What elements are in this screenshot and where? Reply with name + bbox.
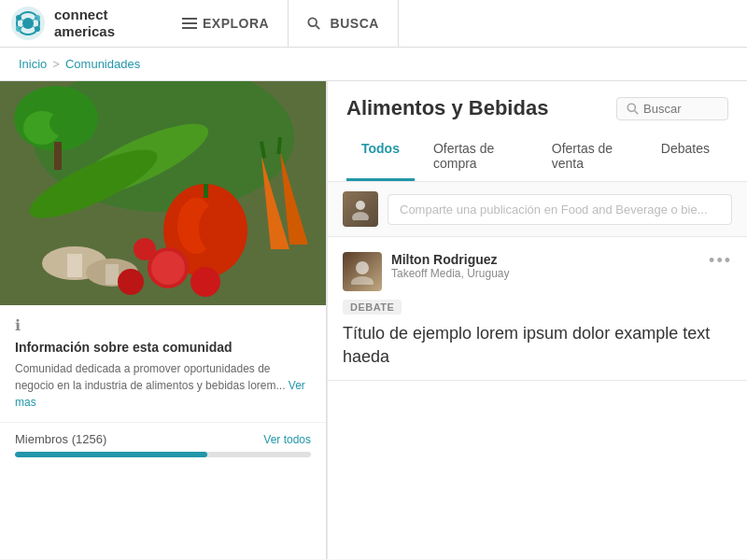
members-view-all-link[interactable]: Ver todos xyxy=(263,433,311,446)
community-info-title: Información sobre esta comunidad xyxy=(15,340,311,355)
svg-rect-21 xyxy=(54,142,62,170)
header: connect americas EXPLORA BUSCA xyxy=(0,0,747,48)
logo[interactable]: connect americas xyxy=(9,5,163,42)
tab-debates[interactable]: Debates xyxy=(646,133,725,181)
members-label: Miembros (1256) xyxy=(15,432,106,446)
post-avatar-svg xyxy=(349,259,375,285)
svg-rect-35 xyxy=(106,264,119,285)
members-header: Miembros (1256) Ver todos xyxy=(15,432,311,446)
post-more-button[interactable]: ••• xyxy=(709,252,732,269)
search-icon xyxy=(307,17,320,30)
post-input-area: Comparte una publicación en Food and Bev… xyxy=(328,182,747,237)
logo-line2: americas xyxy=(54,23,115,40)
sidebar: ℹ Información sobre esta comunidad Comun… xyxy=(0,81,327,559)
svg-line-15 xyxy=(316,25,319,29)
svg-point-20 xyxy=(49,108,91,138)
post-placeholder-text[interactable]: Comparte una publicación en Food and Bev… xyxy=(388,194,732,225)
svg-line-42 xyxy=(635,110,639,114)
svg-point-45 xyxy=(356,261,369,274)
svg-rect-11 xyxy=(182,18,197,20)
members-progress-fill xyxy=(15,452,207,457)
menu-icon xyxy=(182,16,197,31)
post-title[interactable]: Título de ejemplo lorem ipsum dolor exam… xyxy=(343,322,732,369)
content-area: Alimentos y Bebidas Todos Ofertas de com… xyxy=(327,81,747,559)
post-author-name: Milton Rodriguez xyxy=(391,252,510,267)
svg-point-40 xyxy=(118,269,144,295)
svg-rect-33 xyxy=(67,254,82,277)
breadcrumb-home[interactable]: Inicio xyxy=(19,57,47,71)
search-input[interactable] xyxy=(643,102,718,116)
svg-point-37 xyxy=(151,251,185,285)
svg-point-39 xyxy=(134,238,156,260)
svg-point-41 xyxy=(627,104,635,111)
post-badge: DEBATE xyxy=(343,300,402,315)
post-avatar xyxy=(343,252,382,291)
search-box-icon xyxy=(627,103,639,115)
content-header: Alimentos y Bebidas Todos Ofertas de com… xyxy=(328,81,747,182)
content-title-row: Alimentos y Bebidas xyxy=(346,96,728,120)
members-progress-bar xyxy=(15,452,311,457)
breadcrumb: Inicio > Comunidades xyxy=(0,48,747,81)
breadcrumb-current[interactable]: Comunidades xyxy=(65,57,140,71)
post-card: Milton Rodriguez Takeoff Media, Uruguay … xyxy=(328,237,747,381)
tab-ofertas-compra[interactable]: Ofertas de compra xyxy=(418,133,533,181)
community-desc: Comunidad dedicada a promover oportunida… xyxy=(15,360,311,411)
info-icon: ℹ xyxy=(15,316,311,334)
user-avatar-svg xyxy=(349,198,372,220)
community-info-section: ℹ Información sobre esta comunidad Comun… xyxy=(0,305,326,422)
svg-rect-13 xyxy=(182,27,197,29)
community-image-svg xyxy=(0,81,326,305)
post-author-meta: Takeoff Media, Uruguay xyxy=(391,267,510,280)
svg-point-43 xyxy=(356,201,365,210)
tab-ofertas-venta[interactable]: Ofertas de venta xyxy=(537,133,642,181)
post-author-info: Milton Rodriguez Takeoff Media, Uruguay xyxy=(343,252,510,291)
svg-point-46 xyxy=(351,276,374,285)
svg-point-14 xyxy=(309,18,317,26)
members-section: Miembros (1256) Ver todos xyxy=(0,422,326,467)
svg-point-44 xyxy=(352,212,369,220)
nav-explora[interactable]: EXPLORA xyxy=(163,0,289,48)
svg-point-26 xyxy=(199,203,240,255)
search-box[interactable] xyxy=(616,97,728,120)
community-image xyxy=(0,81,326,305)
breadcrumb-separator: > xyxy=(52,57,60,71)
logo-line1: connect xyxy=(54,7,115,23)
community-title: Alimentos y Bebidas xyxy=(346,96,548,120)
svg-rect-27 xyxy=(204,184,208,198)
nav-busca[interactable]: BUSCA xyxy=(289,0,399,48)
svg-rect-12 xyxy=(182,22,197,24)
tab-todos[interactable]: Todos xyxy=(346,133,415,181)
logo-icon xyxy=(9,5,47,42)
main-content: ℹ Información sobre esta comunidad Comun… xyxy=(0,81,747,559)
tabs: Todos Ofertas de compra Ofertas de venta… xyxy=(346,133,728,181)
svg-point-38 xyxy=(190,267,220,297)
post-author-row: Milton Rodriguez Takeoff Media, Uruguay … xyxy=(343,252,732,291)
current-user-avatar xyxy=(343,191,378,227)
